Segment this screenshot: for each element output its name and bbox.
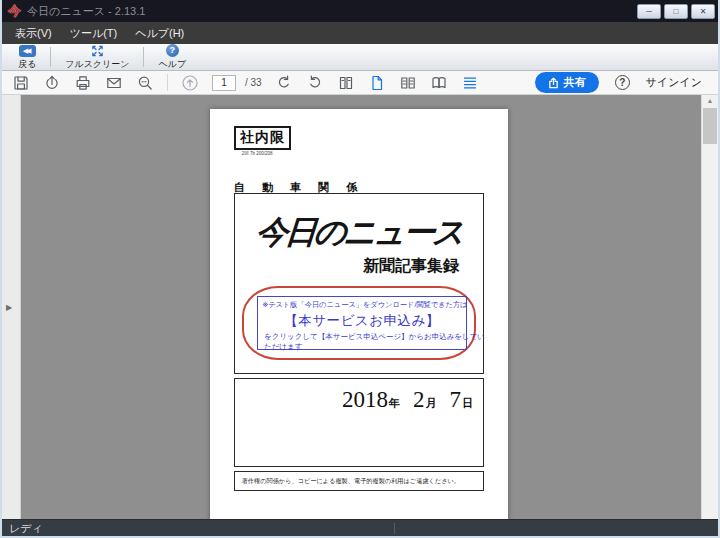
document-canvas: 社内限 2部 7b 200/208 自 動 車 関 係 今日のニュース 新聞記事… — [21, 95, 701, 519]
date-year: 2018 — [342, 387, 388, 413]
print-icon[interactable] — [74, 74, 92, 92]
back-button[interactable]: ◀◀ 戻る — [10, 44, 44, 71]
stamp-note: 2部 7b 200/208 — [242, 150, 273, 155]
app-icon: 今 — [8, 0, 21, 22]
notice-line3: をクリックして【本サービス申込ページ】からお申込みをしてい — [258, 330, 466, 342]
menu-tools[interactable]: ツール(T) — [61, 22, 127, 44]
email-icon[interactable] — [105, 74, 123, 92]
page-count-label: / 33 — [245, 77, 262, 88]
copyright-text: 著作権の関係から、コピーによる複製、電子的複製の利用はご遠慮ください。 — [235, 472, 471, 485]
sidebar-expand-icon[interactable]: ▶ — [6, 303, 12, 312]
internal-only-stamp: 社内限 — [234, 126, 291, 150]
date-box: 2018年 2月 7日 — [234, 378, 484, 467]
date-month: 2 — [413, 387, 425, 413]
menu-help[interactable]: ヘルプ(H) — [126, 22, 193, 44]
nav-toolbar: ◀◀ 戻る フルスクリーン ? ヘルプ — [2, 44, 718, 71]
toolbar-separator — [143, 47, 144, 67]
two-page-view-icon[interactable] — [430, 74, 448, 92]
issue-date: 2018年 2月 7日 — [235, 387, 483, 413]
service-apply-link[interactable]: 【本サービスお申込み】 — [258, 312, 466, 330]
share-button[interactable]: 共有 — [535, 72, 599, 93]
notice-line4: ただけます — [258, 342, 466, 352]
service-notice-box: ※テスト版「今日のニュース」をダウンロード/閲覧できた方は 【本サービスお申込み… — [257, 296, 467, 350]
content-area: ▶ 社内限 2部 7b 200/208 自 動 車 関 係 今日のニュース 新聞… — [2, 95, 718, 519]
toolbar-separator — [50, 47, 51, 67]
vertical-scrollbar[interactable]: ▲ — [701, 95, 718, 519]
titlebar: 今 今日のニュース - 2.13.1 ─ □ ✕ — [2, 0, 718, 22]
help-circle-icon[interactable]: ? — [615, 75, 630, 90]
sign-in-link[interactable]: サインイン — [646, 75, 708, 90]
search-zoom-icon[interactable] — [136, 74, 154, 92]
fullscreen-button[interactable]: フルスクリーン — [57, 44, 137, 71]
minimize-button[interactable]: ─ — [637, 4, 661, 19]
app-window: 今 今日のニュース - 2.13.1 ─ □ ✕ 表示(V) ツール(T) ヘル… — [0, 0, 720, 538]
fullscreen-label: フルスクリーン — [65, 58, 129, 71]
scroll-up-icon[interactable]: ▲ — [702, 97, 718, 104]
date-year-unit: 年 — [389, 396, 400, 411]
sidebar-toggle-strip[interactable]: ▶ — [2, 95, 21, 519]
rotate-counterclockwise-icon[interactable] — [306, 74, 324, 92]
previous-page-icon[interactable] — [181, 74, 199, 92]
share-icon — [548, 77, 559, 89]
page-number-input[interactable] — [212, 75, 236, 91]
back-icon: ◀◀ — [19, 45, 36, 57]
multi-page-view-icon[interactable] — [399, 74, 417, 92]
document-subtitle: 新聞記事集録 — [235, 256, 483, 277]
document-title: 今日のニュース — [233, 211, 484, 255]
close-button[interactable]: ✕ — [691, 4, 715, 19]
date-day-unit: 日 — [462, 396, 473, 411]
notice-line1: ※テスト版「今日のニュース」をダウンロード/閲覧できた方は — [262, 300, 462, 310]
fullscreen-icon — [91, 45, 104, 57]
date-day: 7 — [450, 387, 462, 413]
copyright-box: 著作権の関係から、コピーによる複製、電子的複製の利用はご遠慮ください。 — [234, 471, 484, 491]
maximize-button[interactable]: □ — [664, 4, 688, 19]
help-icon: ? — [166, 44, 179, 57]
statusbar: レディ — [2, 519, 718, 536]
pdf-toolbar: / 33 共有 ? サイン — [2, 71, 718, 95]
save-icon[interactable] — [12, 74, 30, 92]
status-text: レディ — [9, 521, 43, 536]
help-label: ヘルプ — [158, 58, 186, 71]
pdf-page: 社内限 2部 7b 200/208 自 動 車 関 係 今日のニュース 新聞記事… — [210, 109, 508, 519]
status-divider — [394, 523, 395, 534]
fit-page-icon[interactable] — [337, 74, 355, 92]
share-label: 共有 — [564, 75, 586, 90]
back-label: 戻る — [18, 58, 36, 71]
rotate-clockwise-icon[interactable] — [275, 74, 293, 92]
continuous-scroll-icon[interactable] — [461, 74, 479, 92]
toolbar-separator — [167, 74, 168, 91]
date-month-unit: 月 — [426, 396, 437, 411]
menubar: 表示(V) ツール(T) ヘルプ(H) — [2, 22, 718, 44]
menu-view[interactable]: 表示(V) — [6, 22, 61, 44]
help-button[interactable]: ? ヘルプ — [150, 44, 194, 71]
window-title: 今日のニュース - 2.13.1 — [27, 4, 637, 19]
single-page-view-icon[interactable] — [368, 74, 386, 92]
scrollbar-thumb[interactable] — [703, 108, 717, 144]
upload-share-icon[interactable] — [43, 74, 61, 92]
title-box: 今日のニュース 新聞記事集録 ※テスト版「今日のニュース」をダウンロード/閲覧で… — [234, 193, 484, 374]
